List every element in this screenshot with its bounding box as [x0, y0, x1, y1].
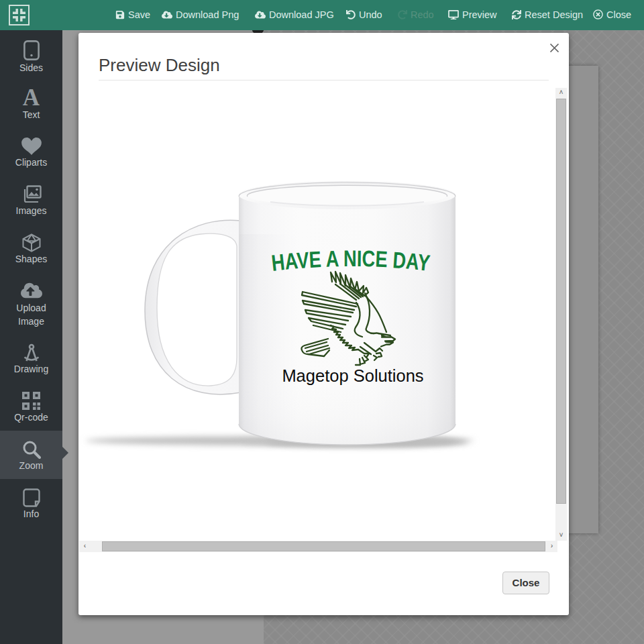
svg-text:Magetop Solutions: Magetop Solutions [282, 366, 423, 385]
